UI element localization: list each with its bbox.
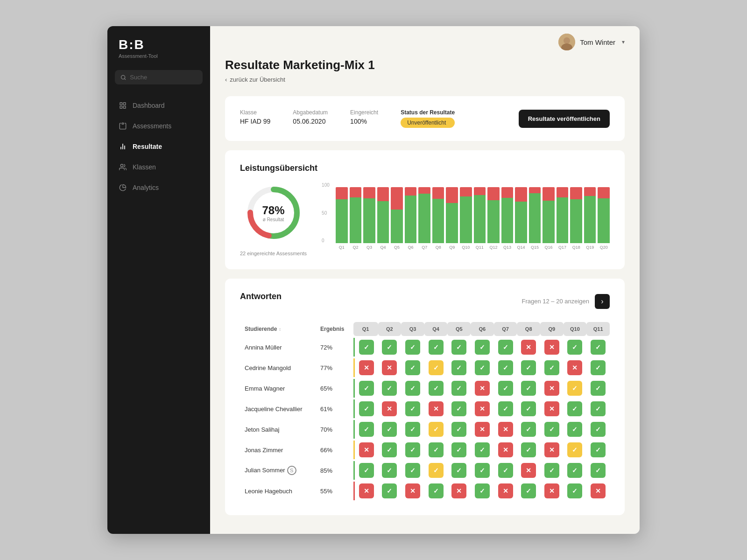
special-icon: S [287, 466, 296, 475]
bar-green [460, 196, 472, 243]
x-label: Q20 [598, 245, 610, 250]
bar-group [350, 187, 362, 243]
avatar [558, 34, 575, 50]
answers-table: Studierende ↕ Ergebnis Q1 Q2 Q3 Q4 Q5 Q6 [240, 320, 610, 502]
check-icon: ✕ [498, 422, 513, 437]
check-icon: ✕ [521, 340, 536, 355]
cell-q7: ✓ [494, 338, 517, 357]
table-row: Jeton Salihaj70%✓✓✓✓✓✕✕✓✓✓✓ [240, 420, 610, 439]
check-icon: ✓ [429, 340, 444, 355]
cell-q2: ✓ [378, 379, 402, 398]
col-header-q4: Q4 [424, 322, 448, 336]
cell-q9: ✓ [540, 358, 564, 377]
y-label-0: 0 [322, 238, 330, 243]
donut-percent: 78% [262, 204, 285, 217]
check-icon: ✓ [429, 442, 444, 457]
check-icon: ✓ [591, 381, 606, 396]
cell-q2: ✓ [378, 338, 402, 357]
cell-q9: ✕ [540, 441, 564, 459]
check-icon: ✓ [591, 442, 606, 457]
sidebar-item-resultate[interactable]: Resultate [107, 137, 210, 156]
bar-group [474, 187, 486, 243]
table-row: Jonas Zimmer66%✕✓✓✓✓✓✕✓✕✓✓ [240, 441, 610, 459]
sidebar-item-dashboard[interactable]: Dashboard [107, 96, 210, 115]
check-icon: ✓ [567, 422, 582, 437]
sidebar-label-klassen: Klassen [133, 163, 156, 171]
bar-red [405, 187, 417, 196]
label-status: Status der Resultate [401, 109, 455, 116]
bar-green [418, 194, 430, 243]
sidebar-item-analytics[interactable]: Analytics [107, 178, 210, 197]
back-link[interactable]: ‹ zurück zur Übersicht [225, 76, 625, 83]
search-input[interactable] [130, 74, 197, 81]
check-icon: ✓ [429, 381, 444, 396]
cell-q3: ✓ [401, 441, 424, 459]
svg-rect-2 [120, 103, 122, 105]
user-menu[interactable]: Tom Winter ▾ [558, 34, 625, 50]
bar-group [460, 187, 472, 243]
cell-q7: ✓ [494, 358, 517, 377]
cell-q9: ✕ [540, 482, 564, 500]
grid-icon [119, 101, 127, 110]
bar-group [515, 187, 527, 243]
bar-group [363, 187, 375, 243]
cell-q10: ✓ [564, 482, 587, 500]
clipboard-icon [119, 122, 127, 130]
cell-q11: ✕ [586, 482, 610, 500]
check-icon: ✓ [475, 463, 490, 478]
bar-red [418, 187, 430, 194]
cell-q2: ✕ [378, 358, 402, 377]
sidebar-item-assessments[interactable]: Assessments [107, 116, 210, 136]
y-label-100: 100 [322, 182, 330, 188]
svg-point-10 [120, 164, 123, 167]
cell-score: 55% [316, 482, 353, 500]
sidebar: B:B Assessment-Tool Dashboard [107, 26, 210, 534]
nav-items: Dashboard Assessments Resultate [107, 96, 210, 197]
check-icon: ✓ [405, 401, 420, 416]
cell-q1: ✓ [353, 420, 378, 439]
cell-q2: ✓ [378, 420, 402, 439]
cell-name: Julian SommerS [240, 461, 316, 480]
sidebar-item-klassen[interactable]: Klassen [107, 157, 210, 177]
cell-q7: ✕ [494, 441, 517, 459]
check-icon: ✓ [382, 442, 397, 457]
x-label: Q2 [350, 245, 362, 250]
cell-score: 72% [316, 338, 353, 357]
cell-q7: ✓ [494, 461, 517, 480]
search-box[interactable] [115, 70, 203, 84]
bar-red [543, 187, 555, 201]
col-header-q6: Q6 [471, 322, 494, 336]
cell-q7: ✕ [494, 482, 517, 500]
cell-q8: ✓ [517, 379, 540, 398]
status-badge: Unveröffentlicht [401, 118, 455, 128]
cell-q6: ✓ [471, 358, 494, 377]
cell-q8: ✕ [517, 461, 540, 480]
top-header: Tom Winter ▾ [210, 26, 640, 58]
check-icon: ✕ [544, 381, 559, 396]
donut-container: 78% ø Resultat 22 eingereichte Assessmen… [240, 182, 307, 256]
check-icon: ✕ [405, 483, 420, 498]
cell-q8: ✓ [517, 420, 540, 439]
value-eingereicht: 100% [350, 118, 378, 125]
field-status: Status der Resultate Unveröffentlicht [401, 109, 455, 128]
x-label: Q16 [543, 245, 555, 250]
table-wrapper: Studierende ↕ Ergebnis Q1 Q2 Q3 Q4 Q5 Q6 [240, 320, 610, 502]
check-icon: ✓ [451, 340, 466, 355]
cell-q2: ✓ [378, 482, 402, 500]
check-icon: ✓ [405, 340, 420, 355]
check-icon: ✓ [521, 360, 536, 375]
bar-green [598, 198, 610, 243]
next-button[interactable]: › [595, 294, 610, 309]
cell-q11: ✓ [586, 338, 610, 357]
bar-group [487, 187, 500, 243]
donut-chart: 78% ø Resultat [243, 182, 304, 243]
check-icon: ✓ [521, 442, 536, 457]
col-header-q9: Q9 [540, 322, 564, 336]
check-icon: ✕ [475, 381, 490, 396]
bar-red [570, 187, 582, 199]
publish-button[interactable]: Resultate veröffentlichen [519, 110, 610, 128]
col-header-q3: Q3 [401, 322, 424, 336]
check-icon: ✓ [521, 483, 536, 498]
bar-red [598, 187, 610, 198]
x-label: Q1 [336, 245, 348, 250]
